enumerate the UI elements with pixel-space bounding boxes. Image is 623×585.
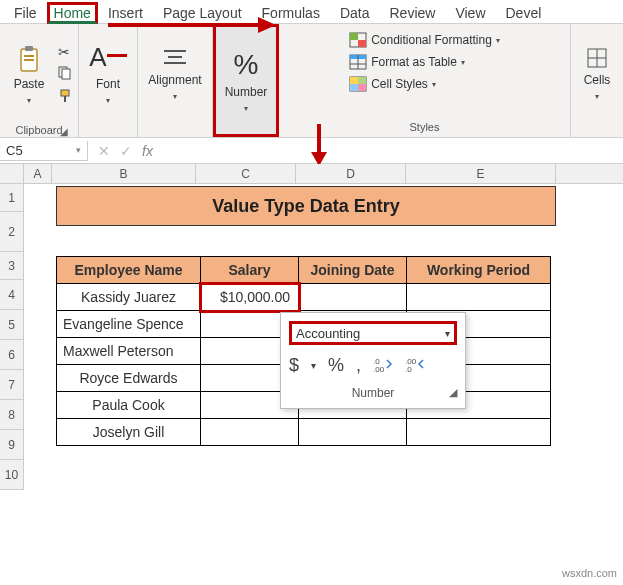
cell-working-period[interactable] — [407, 419, 551, 446]
cells-button[interactable]: Cells ▾ — [577, 39, 617, 109]
alignment-button[interactable]: Alignment ▾ — [144, 39, 206, 109]
select-all-corner[interactable] — [0, 164, 24, 183]
currency-button[interactable]: $ — [289, 355, 299, 376]
paste-button[interactable]: Paste ▾ — [6, 40, 52, 110]
cell-joining-date[interactable] — [299, 419, 407, 446]
conditional-formatting-button[interactable]: Conditional Formatting ▾ — [349, 32, 500, 48]
table-row: Joselyn Gill — [57, 419, 551, 446]
cell-working-period[interactable] — [407, 284, 551, 311]
chevron-down-icon: ▾ — [244, 104, 248, 113]
tab-file[interactable]: File — [4, 3, 47, 23]
svg-rect-23 — [350, 84, 358, 91]
tab-home[interactable]: Home — [47, 2, 98, 24]
cell-name[interactable]: Paula Cook — [57, 392, 201, 419]
group-clipboard: Paste ▾ ✂ Clipboard ◢ — [0, 24, 79, 137]
tab-view[interactable]: View — [445, 3, 495, 23]
cell-name[interactable]: Maxwell Peterson — [57, 338, 201, 365]
conditional-formatting-icon — [349, 32, 367, 48]
chevron-down-icon: ▾ — [496, 36, 500, 45]
column-headers: A B C D E — [0, 164, 623, 184]
table-header[interactable]: Salary — [201, 257, 299, 284]
chevron-down-icon[interactable]: ▾ — [311, 360, 316, 371]
table-header[interactable]: Working Period — [407, 257, 551, 284]
annotation-arrow-1 — [108, 15, 276, 35]
cell-name[interactable]: Kassidy Juarez — [57, 284, 201, 311]
font-button[interactable]: A Font ▾ — [85, 39, 131, 109]
cell-styles-button[interactable]: Cell Styles ▾ — [349, 76, 500, 92]
svg-rect-9 — [64, 96, 66, 102]
cancel-icon[interactable]: ✕ — [98, 143, 110, 159]
chevron-down-icon: ▾ — [461, 58, 465, 67]
number-format-select[interactable]: Accounting ▾ — [289, 321, 457, 345]
percent-button[interactable]: % — [328, 355, 344, 376]
clipboard-launcher-icon[interactable]: ◢ — [60, 126, 68, 137]
worksheet: A B C D E 1 2 3 4 5 6 7 8 9 10 Value Typ… — [0, 164, 623, 490]
row-header[interactable]: 7 — [0, 370, 24, 400]
format-painter-icon[interactable] — [58, 89, 72, 106]
svg-rect-14 — [350, 33, 358, 40]
svg-rect-5 — [24, 59, 34, 61]
font-label: Font — [96, 77, 120, 91]
clipboard-group-label: Clipboard — [15, 122, 62, 140]
cell-joining-date[interactable] — [299, 284, 407, 311]
tab-data[interactable]: Data — [330, 3, 380, 23]
svg-text:.0: .0 — [405, 365, 412, 372]
col-header-E[interactable]: E — [406, 164, 556, 183]
format-as-table-icon — [349, 54, 367, 70]
col-header-B[interactable]: B — [52, 164, 196, 183]
row-header[interactable]: 8 — [0, 400, 24, 430]
cell-salary[interactable] — [201, 419, 299, 446]
chevron-down-icon: ▾ — [173, 92, 177, 101]
ribbon: Paste ▾ ✂ Clipboard ◢ A Font ▾ — [0, 24, 623, 138]
increase-decimal-button[interactable]: .0.00 — [373, 356, 393, 375]
row-header[interactable]: 5 — [0, 310, 24, 340]
cell-styles-icon — [349, 76, 367, 92]
cell-name[interactable]: Royce Edwards — [57, 365, 201, 392]
col-header-D[interactable]: D — [296, 164, 406, 183]
number-launcher-icon[interactable]: ◢ — [449, 386, 457, 399]
chevron-down-icon: ▾ — [595, 92, 599, 101]
group-number: % Number ▾ — [213, 24, 279, 137]
number-label: Number — [225, 85, 268, 99]
comma-button[interactable]: , — [356, 355, 361, 376]
chevron-down-icon: ▾ — [76, 145, 81, 155]
row-header[interactable]: 3 — [0, 252, 24, 280]
chevron-down-icon: ▾ — [106, 96, 110, 105]
col-header-A[interactable]: A — [24, 164, 52, 183]
alignment-icon — [162, 47, 188, 69]
cell-name[interactable]: Joselyn Gill — [57, 419, 201, 446]
number-format-button[interactable]: % Number ▾ — [216, 44, 276, 118]
conditional-formatting-label: Conditional Formatting — [371, 33, 492, 47]
svg-rect-21 — [350, 77, 358, 84]
tab-developer[interactable]: Devel — [496, 3, 552, 23]
row-header[interactable]: 6 — [0, 340, 24, 370]
tab-review[interactable]: Review — [380, 3, 446, 23]
svg-rect-3 — [25, 46, 33, 51]
row-header[interactable]: 9 — [0, 430, 24, 460]
name-box[interactable]: C5 ▾ — [0, 141, 88, 161]
fx-icon[interactable]: fx — [142, 143, 153, 159]
decrease-decimal-button[interactable]: .00.0 — [405, 356, 425, 375]
group-alignment: Alignment ▾ — [138, 24, 213, 137]
annotation-arrow-2 — [309, 124, 329, 166]
number-format-value: Accounting — [296, 326, 360, 341]
format-as-table-button[interactable]: Format as Table ▾ — [349, 54, 500, 70]
cell-salary[interactable]: $10,000.00 — [201, 284, 299, 311]
cell-name[interactable]: Evangeline Spence — [57, 311, 201, 338]
row-header[interactable]: 1 — [0, 184, 24, 212]
enter-icon[interactable]: ✓ — [120, 143, 132, 159]
chevron-down-icon: ▾ — [27, 96, 31, 105]
watermark: wsxdn.com — [562, 567, 617, 579]
row-header[interactable]: 4 — [0, 280, 24, 310]
table-header[interactable]: Joining Date — [299, 257, 407, 284]
sheet-title[interactable]: Value Type Data Entry — [56, 186, 556, 226]
table-header[interactable]: Employee Name — [57, 257, 201, 284]
row-header[interactable]: 2 — [0, 212, 24, 252]
cut-icon[interactable]: ✂ — [58, 44, 72, 60]
svg-rect-7 — [62, 69, 70, 79]
row-header[interactable]: 10 — [0, 460, 24, 490]
col-header-C[interactable]: C — [196, 164, 296, 183]
group-font: A Font ▾ — [79, 24, 138, 137]
copy-icon[interactable] — [58, 66, 72, 83]
popup-group-label: Number — [289, 386, 457, 400]
